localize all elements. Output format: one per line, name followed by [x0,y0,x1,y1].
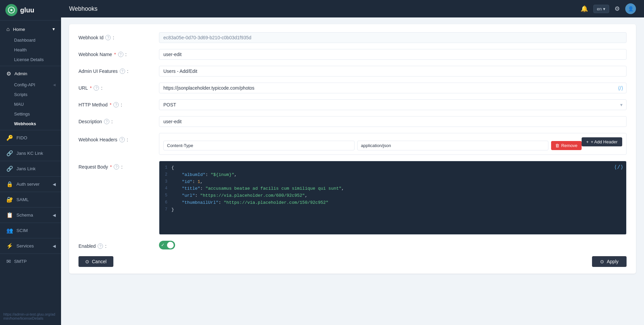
http-method-row: HTTP Method * ? : GET POST PUT PATCH DEL… [78,99,627,110]
sidebar-item-mau[interactable]: MAU [0,99,61,109]
sidebar-item-settings[interactable]: Settings [0,109,61,119]
lang-button[interactable]: en ▾ [593,5,609,13]
sidebar-item-schema[interactable]: 📋 Schema ◀ [0,209,61,221]
webhook-headers-colon: : [127,137,128,142]
main-area: Webhooks 🔔 en ▾ ⚙ 👤 Webhook Id ? : [61,0,644,325]
cancel-button[interactable]: ⊙ Cancel [78,256,113,267]
license-label: License Details [14,57,44,62]
request-body-label: Request Body [78,164,108,170]
config-api-label: Config-API [14,82,35,87]
request-body-required: * [110,164,112,170]
code-editor[interactable]: ⟨/⟩ 1 { 2 "albumId": "${inum}", [159,161,627,235]
sidebar-item-dashboard[interactable]: Dashboard [0,35,61,45]
webhook-name-label-wrapper: Webhook Name * ? : [78,49,152,57]
services-label: Services [16,243,34,248]
sidebar-item-config-api[interactable]: Config-API [0,80,61,90]
request-body-label-wrapper: Request Body * ? : [78,161,152,170]
webhook-name-help-icon[interactable]: ? [118,52,123,57]
home-chevron: ▼ [52,27,56,32]
sidebar-item-jans-link[interactable]: 🔗 Jans Link [0,162,61,175]
enabled-help-icon[interactable]: ? [98,243,103,249]
description-row: Description ? : [78,116,627,127]
smtp-icon: ✉ [6,258,11,265]
webhook-name-row: Webhook Name * ? : [78,49,627,60]
sidebar-item-smtp[interactable]: ✉ SMTP [0,255,61,268]
cancel-label: Cancel [92,259,107,264]
auth-server-icon: 🔒 [6,181,13,187]
url-control: ⟨/⟩ [159,83,627,93]
topbar: Webhooks 🔔 en ▾ ⚙ 👤 [61,0,644,17]
url-help-icon[interactable]: ? [94,85,99,91]
jans-link-label: Jans Link [16,166,36,171]
header-row: 🗑 Remove [163,141,582,150]
webhook-id-colon: : [113,35,114,40]
webhook-name-colon: : [125,52,127,57]
url-colon: : [101,85,102,91]
apply-button[interactable]: ⊙ Apply [592,256,627,267]
header-value-input[interactable] [357,141,548,150]
http-method-select[interactable]: GET POST PUT PATCH DELETE [159,99,627,110]
enabled-toggle[interactable]: ✓ [159,241,175,249]
sidebar-item-auth-server[interactable]: 🔒 Auth server ◀ [0,178,61,190]
admin-ui-features-row: Admin UI Features ? : [78,66,627,77]
http-method-help-icon[interactable]: ? [113,102,119,107]
enabled-control: ✓ [159,241,627,249]
apply-circle-icon: ⊙ [600,259,604,264]
http-method-colon: : [121,102,122,107]
enabled-label-wrapper: Enabled ? : [78,241,152,249]
admin-icon: ⚙ [6,71,11,77]
sidebar-item-services[interactable]: ⚡ Services ◀ [0,240,61,252]
webhook-headers-help-icon[interactable]: ? [119,137,125,142]
admin-ui-features-label-wrapper: Admin UI Features ? : [78,66,152,74]
remove-header-button[interactable]: 🗑 Remove [551,141,581,150]
url-required: * [90,85,92,91]
sidebar-item-jans-kc[interactable]: 🔗 Jans KC Link [0,147,61,159]
add-header-plus: + [586,139,589,144]
sidebar-item-webhooks[interactable]: Webhooks [0,119,61,129]
admin-ui-features-help-icon[interactable]: ? [120,68,125,74]
code-line-5: 5 "url": "https://via.placeholder.com/60… [159,192,626,199]
sidebar-item-scripts[interactable]: Scripts [0,90,61,99]
headers-container: + + Add Header 🗑 Remove [159,133,627,155]
sidebar-item-saml[interactable]: 🔐 SAML [0,193,61,206]
dashboard-label: Dashboard [14,38,36,43]
header-key-input[interactable] [163,141,355,150]
settings-button[interactable]: ⚙ [613,4,621,14]
code-toggle-icon[interactable]: ⟨/⟩ [614,164,624,171]
url-input[interactable] [159,83,627,93]
description-label: Description [78,119,102,124]
webhook-id-row: Webhook Id ? : [78,32,627,43]
settings-nav-label: Settings [14,111,30,117]
topbar-actions: 🔔 en ▾ ⚙ 👤 [579,3,636,14]
jans-kc-icon: 🔗 [6,150,13,156]
avatar[interactable]: 👤 [625,3,636,14]
admin-ui-features-input[interactable] [159,66,627,77]
description-label-wrapper: Description ? : [78,116,152,124]
logo: gluu [0,0,61,20]
sidebar-item-admin[interactable]: ⚙ Admin [0,67,61,80]
webhook-name-label: Webhook Name [78,52,112,57]
description-input[interactable] [159,116,627,127]
request-body-help-icon[interactable]: ? [114,164,119,170]
http-method-label-wrapper: HTTP Method * ? : [78,99,152,107]
sidebar-item-fido[interactable]: 🔑 FIDO [0,132,61,144]
url-code-icon[interactable]: ⟨/⟩ [618,85,623,91]
schema-chevron: ◀ [53,213,56,218]
description-control [159,116,627,127]
sidebar-item-health[interactable]: Health [0,45,61,55]
url-bar: https://admin-ui-test.gluu.org/admin/hom… [0,310,61,322]
admin-ui-features-control [159,66,627,77]
webhook-name-input[interactable] [159,49,627,60]
trash-icon: 🗑 [555,143,559,148]
bell-button[interactable]: 🔔 [579,4,589,14]
home-icon: ⌂ [6,26,10,32]
sidebar-item-license[interactable]: License Details [0,55,61,64]
sidebar-item-scim[interactable]: 👥 SCIM [0,224,61,237]
sidebar-item-home[interactable]: ⌂ Home ▼ [0,23,61,35]
webhook-id-help-icon[interactable]: ? [105,35,111,40]
request-body-control: ⟨/⟩ 1 { 2 "albumId": "${inum}", [159,161,627,235]
http-method-control: GET POST PUT PATCH DELETE ▾ [159,99,627,110]
webhook-id-label: Webhook Id [78,35,103,40]
description-help-icon[interactable]: ? [104,119,109,124]
add-header-button[interactable]: + + Add Header [582,137,622,146]
